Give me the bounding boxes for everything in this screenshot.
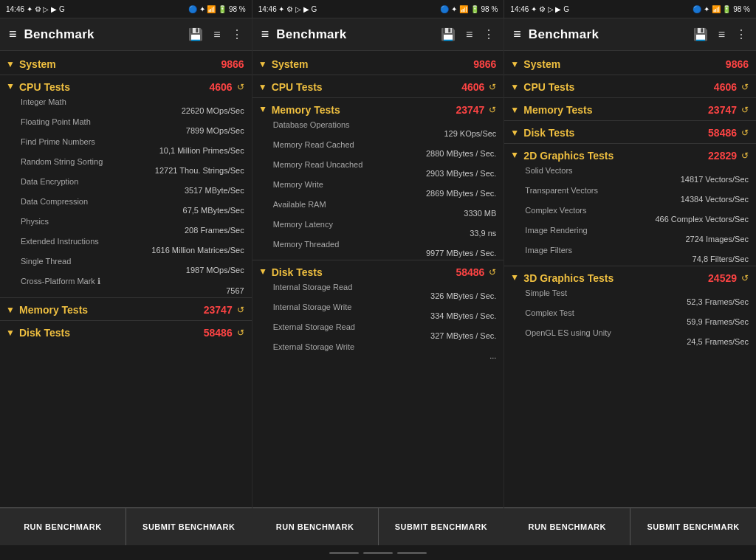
cpu-item-10: Cross-Platform Mark ℹ 7567: [0, 275, 252, 296]
disk-item-1: Internal Storage Read 326 MBytes / Sec.: [252, 281, 504, 301]
cpu-item-name-9: Single Thread: [21, 257, 244, 266]
bottom-bar-2: RUN BENCHMARK SUBMIT BENCHMARK: [252, 507, 504, 545]
disk-item-val-2: 334 MBytes / Sec.: [273, 311, 497, 320]
list-icon-1[interactable]: ≡: [213, 28, 220, 41]
cpu-item-name-5: Data Encryption: [21, 177, 244, 186]
menu-icon-2[interactable]: ≡: [261, 27, 269, 42]
header-icons-3: 💾 ≡ ⋮: [693, 27, 747, 41]
memory-section-1[interactable]: ▼ Memory Tests 23747 ↺: [0, 300, 252, 319]
cpu-refresh-1[interactable]: ↺: [237, 82, 244, 92]
more-icon-2[interactable]: ⋮: [483, 27, 495, 41]
save-icon-2[interactable]: 💾: [441, 27, 456, 41]
cpu-item-val-8: 1616 Million Matrices/Sec: [21, 246, 244, 255]
mem-item-val-3: 2903 MBytes / Sec.: [273, 169, 497, 178]
save-icon-3[interactable]: 💾: [693, 27, 708, 41]
disk-name-3: Disk Tests: [523, 127, 708, 139]
save-icon-1[interactable]: 💾: [188, 27, 203, 41]
panel-content-1: ▼ System 9866 ▲ CPU Tests 4606 ↺ Integer…: [0, 51, 252, 507]
cpu-item-1: Integer Math 22620 MOps/Sec: [0, 96, 252, 116]
disk-chevron-1: ▼: [6, 328, 15, 338]
graphics2d-section-3[interactable]: ▲ 2D Graphics Tests 22829 ↺: [504, 145, 756, 165]
disk-section-3[interactable]: ▼ Disk Tests 58486 ↺: [504, 122, 756, 142]
system-score-3: 9866: [726, 58, 749, 70]
disk-section-1[interactable]: ▼ Disk Tests 58486 ↺: [0, 322, 252, 342]
system-score-2: 9866: [473, 58, 496, 70]
submit-benchmark-btn-2[interactable]: SUBMIT BENCHMARK: [379, 508, 504, 545]
bottom-segment-1: RUN BENCHMARK SUBMIT BENCHMARK: [0, 508, 252, 545]
system-section-1: ▼ System 9866: [0, 54, 252, 73]
cpu-refresh-2[interactable]: ↺: [489, 82, 496, 92]
memory-refresh-1[interactable]: ↺: [237, 305, 244, 315]
g2d-item-5: Image Filters 74,8 Filters/Sec: [504, 244, 756, 264]
bottom-bar-3: RUN BENCHMARK SUBMIT BENCHMARK: [504, 507, 756, 545]
g3d-item-val-3: 24,5 Frames/Sec: [525, 337, 749, 346]
disk-section-2[interactable]: ▲ Disk Tests 58486 ↺: [252, 262, 504, 281]
cpu-section-2[interactable]: ▼ CPU Tests 4606 ↺: [252, 77, 504, 96]
mem-item-val-5: 3330 MB: [273, 209, 497, 218]
graphics3d-section-3[interactable]: ▲ 3D Graphics Tests 24529 ↺: [504, 268, 756, 287]
more-icon-1[interactable]: ⋮: [231, 27, 243, 41]
mem-item-val-2: 2880 MBytes / Sec.: [273, 149, 497, 158]
run-benchmark-btn-3[interactable]: RUN BENCHMARK: [504, 508, 630, 545]
cpu-section-3[interactable]: ▼ CPU Tests 4606 ↺: [504, 77, 756, 96]
memory-refresh-2[interactable]: ↺: [489, 105, 496, 115]
mem-item-val-6: 33,9 ns: [273, 229, 497, 238]
cpu-item-2: Floating Point Math 7899 MOps/Sec: [0, 116, 252, 136]
disk-score-3: 58486: [708, 127, 737, 139]
list-icon-3[interactable]: ≡: [718, 28, 725, 41]
cpu-refresh-3[interactable]: ↺: [741, 82, 749, 92]
memory-section-2[interactable]: ▲ Memory Tests 23747 ↺: [252, 100, 504, 119]
cpu-item-6: Data Compression 67,5 MBytes/Sec: [0, 196, 252, 215]
battery-3: 🔵 ✦ 📶 🔋 98 %: [693, 5, 750, 13]
graphics2d-refresh-3[interactable]: ↺: [741, 151, 749, 161]
disk-item-3: External Storage Read 327 MBytes / Sec.: [252, 321, 504, 341]
bottom-segment-2: RUN BENCHMARK SUBMIT BENCHMARK: [252, 508, 504, 545]
disk-item-name-4: External Storage Write: [273, 342, 497, 351]
submit-benchmark-btn-3[interactable]: SUBMIT BENCHMARK: [630, 508, 756, 545]
disk-item-name-1: Internal Storage Read: [273, 283, 497, 291]
cpu-item-name-2: Floating Point Math: [21, 117, 244, 126]
disk-name-1: Disk Tests: [19, 327, 204, 339]
cpu-item-name-1: Integer Math: [21, 97, 244, 106]
memory-refresh-3[interactable]: ↺: [741, 105, 749, 115]
mem-item-name-7: Memory Threaded: [273, 240, 497, 249]
nav-dot-3: [397, 552, 427, 554]
list-icon-2[interactable]: ≡: [466, 28, 472, 41]
cpu-item-name-10: Cross-Platform Mark ℹ: [21, 277, 244, 286]
mem-item-1: Database Operations 129 KOps/Sec: [252, 119, 504, 139]
system-chevron-2: ▼: [258, 59, 267, 69]
disk-refresh-3[interactable]: ↺: [741, 128, 749, 138]
menu-icon-3[interactable]: ≡: [513, 27, 521, 42]
mem-item-val-7: 9977 MBytes / Sec.: [273, 249, 497, 257]
graphics3d-refresh-3[interactable]: ↺: [741, 273, 749, 283]
memory-section-3[interactable]: ▼ Memory Tests 23747 ↺: [504, 100, 756, 119]
cpu-score-2: 4606: [461, 81, 484, 93]
disk-item-2: Internal Storage Write 334 MBytes / Sec.: [252, 301, 504, 321]
system-name-3: System: [523, 58, 726, 70]
cpu-chevron-2: ▼: [258, 82, 267, 92]
graphics2d-name-3: 2D Graphics Tests: [523, 150, 708, 162]
cpu-item-val-2: 7899 MOps/Sec: [21, 126, 244, 135]
more-icon-3[interactable]: ⋮: [735, 27, 747, 41]
run-benchmark-btn-2[interactable]: RUN BENCHMARK: [252, 508, 379, 545]
memory-name-3: Memory Tests: [523, 104, 708, 116]
disk-item-4: External Storage Write ...: [252, 341, 504, 361]
nav-indicator: [0, 545, 756, 560]
menu-icon-1[interactable]: ≡: [9, 27, 17, 42]
cpu-item-name-7: Physics: [21, 217, 244, 226]
cpu-item-val-1: 22620 MOps/Sec: [21, 106, 244, 115]
cpu-section-1[interactable]: ▲ CPU Tests 4606 ↺: [0, 77, 252, 96]
g2d-item-val-2: 14384 Vectors/Sec: [525, 195, 749, 204]
g2d-item-val-4: 2724 Images/Sec: [525, 235, 749, 243]
disk-refresh-2[interactable]: ↺: [489, 267, 496, 277]
nav-dot-2: [363, 552, 393, 554]
disk-refresh-1[interactable]: ↺: [237, 328, 244, 338]
cpu-name-1: CPU Tests: [19, 81, 210, 93]
graphics3d-name-3: 3D Graphics Tests: [523, 272, 708, 284]
header-title-3: Benchmark: [529, 27, 693, 42]
submit-benchmark-btn-1[interactable]: SUBMIT BENCHMARK: [126, 508, 252, 545]
memory-score-3: 23747: [708, 104, 737, 116]
cpu-item-val-5: 3517 MByte/Sec: [21, 186, 244, 195]
run-benchmark-btn-1[interactable]: RUN BENCHMARK: [0, 508, 126, 545]
g2d-item-2: Transparent Vectors 14384 Vectors/Sec: [504, 184, 756, 204]
